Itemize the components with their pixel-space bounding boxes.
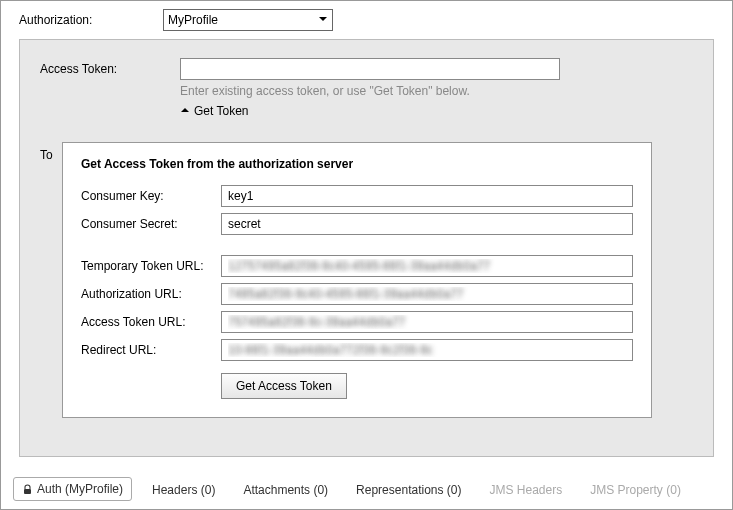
access-token-hint: Enter existing access token, or use "Get…	[180, 84, 693, 98]
tab-jms-headers: JMS Headers	[481, 479, 570, 501]
tab-headers[interactable]: Headers (0)	[144, 479, 223, 501]
get-token-toggle[interactable]: Get Token	[180, 104, 693, 118]
auth-panel: Access Token: Enter existing access toke…	[19, 39, 714, 457]
tab-representations[interactable]: Representations (0)	[348, 479, 469, 501]
bottom-tabs: Auth (MyProfile) Headers (0) Attachments…	[13, 477, 689, 501]
consumer-secret-label: Consumer Secret:	[81, 217, 221, 231]
tab-auth[interactable]: Auth (MyProfile)	[13, 477, 132, 501]
access-token-input[interactable]	[180, 58, 560, 80]
chevron-up-icon	[180, 104, 190, 118]
access-token-url-input[interactable]	[221, 311, 633, 333]
get-token-toggle-label: Get Token	[194, 104, 248, 118]
redirect-url-label: Redirect URL:	[81, 343, 221, 357]
access-token-label: Access Token:	[40, 62, 180, 76]
redirect-url-input[interactable]	[221, 339, 633, 361]
consumer-key-input[interactable]	[221, 185, 633, 207]
access-token-url-label: Access Token URL:	[81, 315, 221, 329]
get-access-token-button[interactable]: Get Access Token	[221, 373, 347, 399]
authorization-profile-select[interactable]: MyProfile	[163, 9, 333, 31]
lock-icon	[22, 484, 33, 495]
popup-title: Get Access Token from the authorization …	[81, 157, 633, 171]
token-label-peek: To	[40, 148, 53, 162]
tab-attachments[interactable]: Attachments (0)	[235, 479, 336, 501]
authorization-url-input[interactable]	[221, 283, 633, 305]
tab-jms-property: JMS Property (0)	[582, 479, 689, 501]
authorization-url-label: Authorization URL:	[81, 287, 221, 301]
consumer-key-label: Consumer Key:	[81, 189, 221, 203]
authorization-label: Authorization:	[19, 13, 139, 27]
authorization-profile-select-input[interactable]: MyProfile	[163, 9, 333, 31]
svg-rect-0	[24, 489, 31, 494]
get-token-popup: Get Access Token from the authorization …	[62, 142, 652, 418]
temp-token-url-label: Temporary Token URL:	[81, 259, 221, 273]
consumer-secret-input[interactable]	[221, 213, 633, 235]
temp-token-url-input[interactable]	[221, 255, 633, 277]
tab-auth-label: Auth (MyProfile)	[37, 482, 123, 496]
